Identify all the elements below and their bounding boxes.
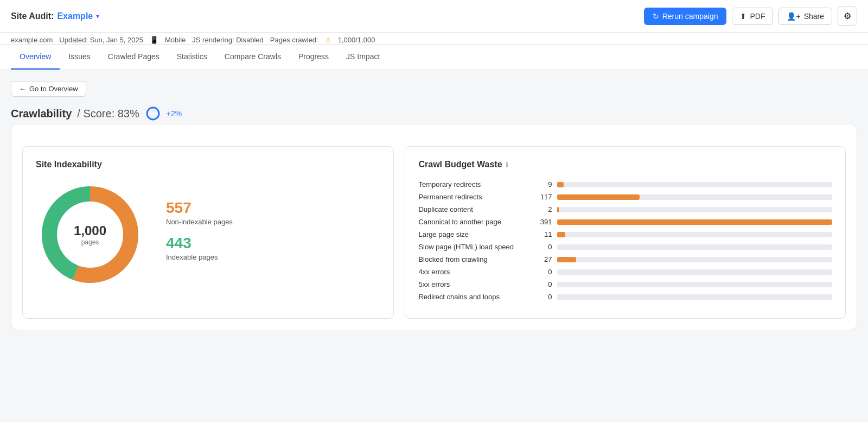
budget-row-count: 9 [532, 180, 552, 188]
crawl-budget-title: Crawl Budget Waste [418, 160, 502, 169]
non-indexable-number: 557 [166, 199, 233, 217]
arrow-left-icon: ← [19, 85, 26, 93]
tab-statistics[interactable]: Statistics [168, 45, 216, 70]
tab-crawled-pages[interactable]: Crawled Pages [99, 45, 168, 70]
budget-row-count: 117 [532, 193, 552, 201]
cards-row: Site Indexability 1,000 [22, 146, 846, 319]
budget-row-label: Temporary redirects [418, 180, 527, 188]
budget-bar-fill [557, 194, 640, 200]
budget-row-count: 0 [532, 268, 552, 276]
score-label: / Score: 83% [77, 108, 139, 120]
main-content: ← Go to Overview Crawlability / Score: 8… [0, 70, 868, 341]
share-button[interactable]: 👤+ Share [778, 8, 832, 25]
budget-row-count: 391 [532, 218, 552, 226]
indexability-stats: 557 Non-indexable pages 443 Indexable pa… [166, 199, 233, 270]
budget-row: Slow page (HTML) load speed 0 [418, 243, 832, 251]
person-plus-icon: 👤+ [787, 12, 800, 21]
sub-bar: example.com Updated: Sun, Jan 5, 2025 📱 … [0, 33, 868, 45]
budget-row-label: Large page size [418, 230, 527, 238]
tab-overview[interactable]: Overview [11, 45, 60, 70]
budget-row-label: Redirect chains and loops [418, 293, 527, 301]
budget-bar-background [557, 244, 832, 250]
budget-row: Permanent redirects 117 [418, 193, 832, 201]
tab-js-impact[interactable]: JS Impact [337, 45, 388, 70]
tab-issues[interactable]: Issues [60, 45, 99, 70]
budget-row-label: Permanent redirects [418, 193, 527, 201]
budget-bar-background [557, 232, 832, 237]
budget-row: Large page size 11 [418, 230, 832, 238]
device-label: Mobile [165, 36, 186, 44]
svg-point-1 [147, 108, 159, 119]
updated-label: Updated: Sun, Jan 5, 2025 [59, 36, 143, 44]
budget-bar-background [557, 282, 832, 287]
budget-row-count: 0 [532, 293, 552, 301]
budget-row: Blocked from crawling 27 [418, 255, 832, 263]
budget-row-label: 4xx errors [418, 268, 527, 276]
budget-bar-fill [557, 182, 564, 187]
indexable-label: Indexable pages [166, 253, 233, 261]
pages-crawled-value: 1,000/1,000 [338, 36, 375, 44]
budget-row-count: 27 [532, 255, 552, 263]
header-right: ↻ Rerun campaign ⬆ PDF 👤+ Share ⚙ [644, 7, 857, 26]
site-audit-label: Site Audit: [11, 11, 54, 21]
budget-row: Temporary redirects 9 [418, 180, 832, 188]
budget-bar-fill [557, 219, 832, 225]
budget-row: Redirect chains and loops 0 [418, 293, 832, 301]
rerun-campaign-button[interactable]: ↻ Rerun campaign [644, 8, 727, 25]
budget-bar-background [557, 194, 832, 200]
js-rendering-label: JS rendering: Disabled [192, 36, 264, 44]
upload-icon: ⬆ [740, 12, 746, 21]
device-icon: 📱 [150, 36, 158, 44]
score-change-badge: +2% [167, 109, 182, 118]
budget-row: 5xx errors 0 [418, 280, 832, 288]
total-pages-label: pages [74, 238, 106, 246]
budget-bar-fill [557, 257, 576, 262]
total-pages-number: 1,000 [74, 223, 106, 238]
non-indexable-stat: 557 Non-indexable pages [166, 199, 233, 226]
budget-row-label: 5xx errors [418, 280, 527, 288]
budget-row-label: Duplicate content [418, 205, 527, 213]
score-donut-icon [145, 105, 161, 122]
pdf-button[interactable]: ⬆ PDF [732, 8, 773, 25]
budget-row: 4xx errors 0 [418, 268, 832, 276]
non-indexable-label: Non-indexable pages [166, 218, 233, 226]
budget-row: Canonical to another page 391 [418, 218, 832, 226]
budget-row-count: 0 [532, 243, 552, 251]
info-icon[interactable]: ℹ [506, 161, 508, 169]
budget-rows: Temporary redirects 9 Permanent redirect… [418, 180, 832, 301]
nav-tabs: Overview Issues Crawled Pages Statistics… [0, 45, 868, 70]
budget-bar-background [557, 207, 832, 212]
budget-row-count: 11 [532, 230, 552, 238]
budget-row-label: Blocked from crawling [418, 255, 527, 263]
main-card: Site Indexability 1,000 [11, 124, 857, 330]
top-bar: Site Audit: Example ▾ ↻ Rerun campaign ⬆… [0, 0, 868, 33]
site-indexability-card: Site Indexability 1,000 [22, 146, 394, 319]
budget-bar-background [557, 257, 832, 262]
budget-row-count: 2 [532, 205, 552, 213]
refresh-icon: ↻ [653, 12, 659, 21]
site-indexability-title: Site Indexability [36, 160, 380, 169]
budget-row-count: 0 [532, 280, 552, 288]
go-to-overview-button[interactable]: ← Go to Overview [11, 81, 86, 97]
budget-bar-background [557, 182, 832, 187]
header-left: Site Audit: Example ▾ [11, 11, 99, 21]
indexable-stat: 443 Indexable pages [166, 235, 233, 261]
budget-row: Duplicate content 2 [418, 205, 832, 213]
crawlability-label: Crawlability [11, 108, 72, 120]
indexability-inner: 1,000 pages 557 Non-indexable pages 443 … [36, 180, 380, 289]
tab-compare-crawls[interactable]: Compare Crawls [216, 45, 290, 70]
donut-chart: 1,000 pages [36, 180, 144, 289]
domain-label: example.com [11, 36, 53, 44]
budget-row-label: Slow page (HTML) load speed [418, 243, 527, 251]
crawl-budget-header: Crawl Budget Waste ℹ [418, 160, 832, 169]
budget-bar-fill [557, 207, 559, 212]
indexable-number: 443 [166, 235, 233, 252]
settings-button[interactable]: ⚙ [838, 7, 857, 26]
page-title: Crawlability / Score: 83% +2% [11, 105, 857, 122]
budget-bar-background [557, 269, 832, 275]
tab-progress[interactable]: Progress [290, 45, 337, 70]
chevron-down-icon[interactable]: ▾ [96, 12, 99, 20]
site-name-link[interactable]: Example [57, 11, 93, 21]
crawl-budget-card: Crawl Budget Waste ℹ Temporary redirects… [405, 146, 846, 319]
budget-bar-background [557, 219, 832, 225]
